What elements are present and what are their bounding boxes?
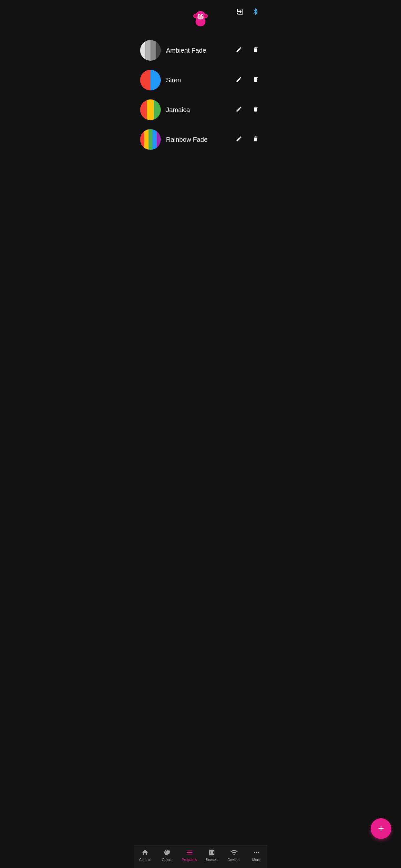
svg-point-12 [201,17,202,18]
tab-bar: Control Colors Programs Scenes Devices M… [134,845,267,868]
program-name: Jamaica [166,106,228,114]
programs-icon [186,848,193,857]
edit-icon [236,135,242,142]
trash-icon [252,76,259,83]
tab-more[interactable]: More [245,848,267,862]
program-icon-rainbow-fade [140,129,161,150]
trash-icon [252,135,259,142]
program-list: Ambient Fade Siren [134,32,267,158]
bluetooth-icon [252,8,259,16]
palette-icon [163,848,171,857]
tab-programs-label: Programs [182,858,197,862]
delete-button[interactable] [251,104,261,116]
list-item: Siren [134,65,267,95]
tab-devices[interactable]: Devices [223,848,245,862]
svg-point-10 [202,15,203,16]
program-name: Ambient Fade [166,47,228,54]
edit-button[interactable] [234,44,244,57]
program-name: Siren [166,76,228,84]
tab-control-label: Control [139,858,150,862]
program-name: Rainbow Fade [166,136,228,144]
delete-button[interactable] [251,74,261,86]
header [134,0,267,32]
login-button[interactable] [235,6,245,18]
tab-scenes[interactable]: Scenes [201,848,223,862]
svg-point-11 [199,17,201,18]
tab-control[interactable]: Control [134,848,156,862]
more-icon [252,848,260,857]
delete-button[interactable] [251,44,261,57]
tab-devices-label: Devices [227,858,240,862]
svg-point-6 [197,15,204,20]
tab-scenes-label: Scenes [206,858,218,862]
program-actions [234,134,261,146]
scenes-icon [208,848,216,857]
tab-programs[interactable]: Programs [178,848,201,862]
list-item: Jamaica [134,95,267,125]
home-icon [141,848,149,857]
trash-icon [252,106,259,113]
tab-colors-label: Colors [162,858,173,862]
edit-icon [236,76,242,83]
tab-colors[interactable]: Colors [156,848,178,862]
edit-icon [236,106,242,113]
edit-button[interactable] [234,134,244,146]
edit-icon [236,46,242,53]
list-item: Ambient Fade [134,35,267,65]
edit-button[interactable] [234,104,244,116]
bluetooth-button[interactable] [251,6,261,18]
list-item: Rainbow Fade [134,125,267,154]
program-icon-jamaica [140,99,161,120]
app-logo [189,6,212,29]
login-icon [236,8,244,16]
svg-point-9 [198,15,199,16]
delete-button[interactable] [251,134,261,146]
program-actions [234,104,261,116]
program-icon-ambient-fade [140,40,161,61]
program-actions [234,74,261,86]
svg-point-5 [204,14,207,17]
devices-icon [230,848,238,857]
edit-button[interactable] [234,74,244,86]
header-actions [235,6,261,18]
program-icon-siren [140,70,161,90]
trash-icon [252,46,259,53]
program-actions [234,44,261,57]
tab-more-label: More [252,858,260,862]
svg-point-4 [194,14,197,17]
